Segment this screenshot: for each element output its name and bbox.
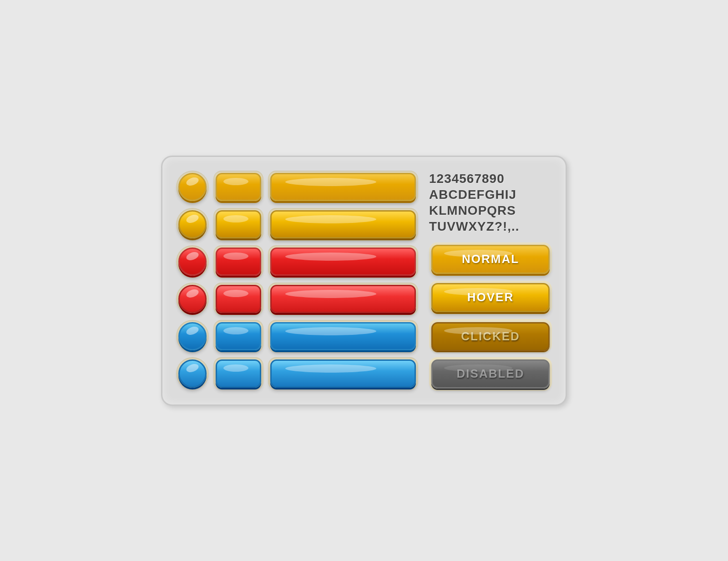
clicked-state-button[interactable]: CLICKED <box>431 322 550 351</box>
normal-state-button[interactable]: NORMAL <box>431 245 550 274</box>
circle-btn-red-hover[interactable] <box>178 285 207 313</box>
small-btn-gold-hover[interactable] <box>216 210 261 238</box>
large-wrap-red-hover <box>268 283 418 315</box>
state-buttons: NORMAL HOVER CLICKED DISABLED <box>429 243 552 391</box>
large-wrap-gold-normal <box>268 171 418 203</box>
circle-btn-gold-hover[interactable] <box>178 210 207 238</box>
typo-line1: 1234567890 <box>429 171 552 187</box>
circle-wrap-gold-normal <box>176 171 209 203</box>
row-blue-normal <box>176 320 418 353</box>
typo-line2: ABCDEFGHIJ <box>429 187 552 202</box>
small-btn-gold-normal[interactable] <box>216 173 261 201</box>
row-red-normal <box>176 245 418 278</box>
row-blue-hover <box>176 357 418 390</box>
circle-btn-red-normal[interactable] <box>178 248 207 276</box>
small-btn-red-normal[interactable] <box>216 248 261 276</box>
row-gold-normal <box>176 171 418 203</box>
normal-btn-wrap: NORMAL <box>429 243 552 276</box>
hover-state-button[interactable]: HOVER <box>431 283 550 312</box>
row-red-hover <box>176 283 418 315</box>
large-btn-blue-hover[interactable] <box>270 359 416 388</box>
hover-btn-wrap: HOVER <box>429 281 552 314</box>
large-btn-blue-normal[interactable] <box>270 322 416 350</box>
typography-display: 1234567890 ABCDEFGHIJ KLMNOPQRS TUVWXYZ?… <box>429 171 552 234</box>
small-btn-blue-normal[interactable] <box>216 322 261 350</box>
button-grid <box>176 171 418 391</box>
circle-btn-blue-hover[interactable] <box>178 359 207 388</box>
circle-wrap-gold-hover <box>176 208 209 241</box>
circle-btn-gold-normal[interactable] <box>178 173 207 201</box>
small-wrap-blue-normal <box>213 320 263 353</box>
large-btn-gold-hover[interactable] <box>270 210 416 238</box>
circle-btn-blue-normal[interactable] <box>178 322 207 350</box>
row-gold-hover <box>176 208 418 241</box>
small-wrap-blue-hover <box>213 357 263 390</box>
small-wrap-gold-normal <box>213 171 263 203</box>
circle-wrap-blue-normal <box>176 320 209 353</box>
clicked-btn-wrap: CLICKED <box>429 319 552 353</box>
right-panel: 1234567890 ABCDEFGHIJ KLMNOPQRS TUVWXYZ?… <box>429 171 552 391</box>
disabled-btn-wrap: DISABLED <box>429 357 552 391</box>
large-wrap-red-normal <box>268 245 418 278</box>
main-panel: 1234567890 ABCDEFGHIJ KLMNOPQRS TUVWXYZ?… <box>161 156 567 406</box>
large-wrap-blue-normal <box>268 320 418 353</box>
circle-wrap-blue-hover <box>176 357 209 390</box>
large-wrap-blue-hover <box>268 357 418 390</box>
large-wrap-gold-hover <box>268 208 418 241</box>
circle-wrap-red-normal <box>176 245 209 278</box>
small-wrap-red-normal <box>213 245 263 278</box>
large-btn-gold-normal[interactable] <box>270 173 416 201</box>
small-btn-blue-hover[interactable] <box>216 359 261 388</box>
disabled-state-button: DISABLED <box>431 359 550 389</box>
large-btn-red-hover[interactable] <box>270 285 416 313</box>
small-wrap-red-hover <box>213 283 263 315</box>
large-btn-red-normal[interactable] <box>270 248 416 276</box>
typo-line3: KLMNOPQRS <box>429 202 552 218</box>
circle-wrap-red-hover <box>176 283 209 315</box>
small-wrap-gold-hover <box>213 208 263 241</box>
typo-line4: TUVWXYZ?!,.. <box>429 218 552 234</box>
small-btn-red-hover[interactable] <box>216 285 261 313</box>
